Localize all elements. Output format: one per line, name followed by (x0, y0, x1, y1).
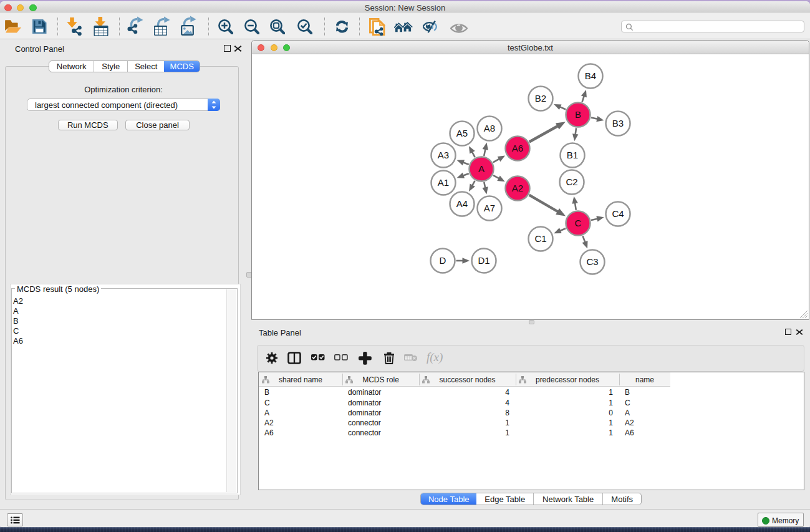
svg-text:D1: D1 (478, 255, 489, 266)
svg-text:C: C (575, 218, 582, 228)
svg-text:A7: A7 (484, 203, 495, 213)
svg-text:B2: B2 (535, 93, 546, 104)
svg-text:A2: A2 (512, 183, 523, 193)
svg-text:A3: A3 (438, 150, 449, 160)
svg-text:B: B (575, 109, 581, 120)
svg-text:C1: C1 (534, 233, 546, 244)
svg-text:D: D (440, 255, 446, 266)
svg-text:B1: B1 (567, 150, 578, 160)
svg-text:A6: A6 (512, 143, 523, 153)
svg-text:A1: A1 (438, 177, 449, 188)
svg-text:A8: A8 (484, 123, 495, 133)
svg-text:A4: A4 (456, 198, 468, 209)
svg-text:C3: C3 (586, 256, 598, 267)
svg-text:A5: A5 (456, 128, 468, 138)
svg-text:B3: B3 (612, 118, 624, 128)
svg-text:B4: B4 (585, 70, 596, 81)
svg-text:A: A (478, 163, 485, 174)
svg-text:C4: C4 (612, 208, 624, 219)
svg-text:C2: C2 (566, 177, 577, 187)
